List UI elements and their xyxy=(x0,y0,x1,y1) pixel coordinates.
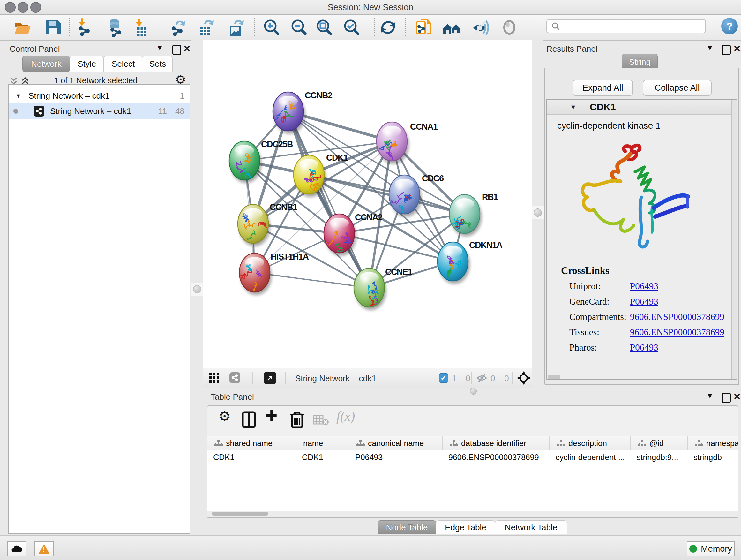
selected-checkbox-icon[interactable]: ✓ xyxy=(439,373,448,383)
import-network-database-button[interactable] xyxy=(105,17,125,38)
table-row[interactable]: CDK1CDK1P064939606.ENSP00000378699cyclin… xyxy=(207,450,738,464)
control-panel-menu-arrow-icon[interactable]: ▾ xyxy=(158,44,162,52)
results-vertical-scrollbar[interactable] xyxy=(731,100,737,379)
table-cell[interactable]: CDK1 xyxy=(207,450,296,464)
delete-column-trash-icon[interactable] xyxy=(290,411,305,428)
search-box[interactable] xyxy=(546,19,706,33)
column-header-canonical-name[interactable]: canonical name xyxy=(349,436,443,450)
toolbar-separator xyxy=(432,372,432,384)
zoom-out-button[interactable] xyxy=(288,17,309,38)
table-cell[interactable]: 9606.ENSP00000378699 xyxy=(443,450,550,464)
crosslink-link[interactable]: P06493 xyxy=(630,296,658,307)
string-badge-icon[interactable] xyxy=(229,372,240,383)
network-canvas[interactable]: CCNB2CCNA1CDC25BCDK1CDC6RB1CCNB1CCNA2CDK… xyxy=(203,40,532,368)
show-all-button[interactable] xyxy=(499,17,520,38)
export-table-icon xyxy=(197,18,216,37)
show-columns-icon[interactable] xyxy=(242,411,256,428)
table-horizontal-scrollbar[interactable] xyxy=(207,510,738,516)
column-header-label: @id xyxy=(650,439,664,448)
control-panel-close-button[interactable]: ✕ xyxy=(183,44,191,54)
column-header-label: description xyxy=(568,439,607,448)
refresh-view-button[interactable] xyxy=(378,17,398,38)
open-session-button[interactable] xyxy=(12,17,33,38)
table-panel-menu-arrow-icon[interactable]: ▾ xyxy=(708,391,712,400)
table-cell[interactable]: cyclin-dependent ... xyxy=(550,450,631,464)
add-column-plus-icon[interactable]: + xyxy=(266,406,277,427)
clone-network-button[interactable] xyxy=(414,17,434,38)
export-table-button[interactable] xyxy=(196,17,216,38)
selected-node-edge-counts: 1 – 0 xyxy=(452,374,470,383)
column-header-database-identifier[interactable]: database identifier xyxy=(443,436,550,450)
results-panel-menu-arrow-icon[interactable]: ▾ xyxy=(708,44,712,52)
crosslink-link[interactable]: P06493 xyxy=(630,342,658,353)
tab-style[interactable]: Style xyxy=(70,56,104,72)
gene-section-header[interactable]: ▾ CDK1 xyxy=(547,100,737,115)
birds-eye-grid-icon[interactable] xyxy=(209,373,220,383)
scrollbar-thumb[interactable] xyxy=(212,512,268,516)
results-panel-close-button[interactable]: ✕ xyxy=(733,44,741,54)
toolbar-separator xyxy=(253,372,253,384)
left-splitter-handle[interactable] xyxy=(191,283,204,296)
column-header-namespace[interactable]: namespace xyxy=(688,436,738,450)
network-node-ccnb2[interactable]: CCNB2 xyxy=(273,91,332,134)
tab-edge-table[interactable]: Edge Table xyxy=(436,520,495,535)
import-table-file-button[interactable] xyxy=(131,17,151,38)
network-node-cdk1[interactable]: CDK1 xyxy=(293,153,348,197)
network-collection-row[interactable]: ▾ String Network – cdk1 1 xyxy=(9,88,190,104)
table-options-gear-icon[interactable]: ⚙ xyxy=(218,408,231,424)
tab-node-table[interactable]: Node Table xyxy=(378,520,436,535)
table-panel-float-button[interactable] xyxy=(722,393,731,403)
tree-expand-arrow-icon[interactable]: ▾ xyxy=(17,91,20,100)
left-splitter[interactable] xyxy=(191,40,203,387)
collapse-all-button[interactable]: Collapse All xyxy=(643,80,712,96)
network-node-cdkn1a[interactable]: CDKN1A xyxy=(437,240,502,284)
tab-network[interactable]: Network xyxy=(22,56,70,72)
network-node-ccna2[interactable]: CCNA2 xyxy=(324,212,382,256)
control-panel-float-button[interactable] xyxy=(172,45,181,55)
crosslink-link[interactable]: 9606.ENSP00000378699 xyxy=(630,312,724,322)
first-neighbors-button[interactable] xyxy=(442,17,462,38)
network-row-selected[interactable]: String Network – cdk1 11 48 xyxy=(9,104,190,119)
table-cell[interactable]: stringdb xyxy=(688,450,738,464)
warning-status-button[interactable]: ! xyxy=(35,542,54,556)
node-label: CCNE1 xyxy=(385,267,413,277)
column-type-icon xyxy=(557,439,565,447)
export-network-button[interactable] xyxy=(169,17,189,38)
column-header--id[interactable]: @id xyxy=(631,436,688,450)
zoom-fit-button[interactable] xyxy=(314,17,334,38)
zoom-selected-button[interactable] xyxy=(341,17,361,38)
expand-all-button[interactable]: Expand All xyxy=(572,80,633,96)
network-node-ccne1[interactable]: CCNE1 xyxy=(354,267,413,314)
table-cell[interactable]: P06493 xyxy=(349,450,443,464)
tab-network-table[interactable]: Network Table xyxy=(495,520,567,535)
table-cell[interactable]: CDK1 xyxy=(296,450,349,464)
crosslink-link[interactable]: P06493 xyxy=(630,281,658,292)
import-network-file-button[interactable] xyxy=(74,17,94,38)
tab-sets[interactable]: Sets xyxy=(143,56,173,72)
memory-button[interactable]: Memory xyxy=(687,542,735,556)
column-header-shared-name[interactable]: shared name xyxy=(207,436,296,450)
open-in-window-icon[interactable] xyxy=(264,372,276,384)
cloud-status-button[interactable] xyxy=(7,542,26,556)
crosslink-link[interactable]: 9606.ENSP00000378699 xyxy=(630,327,724,337)
network-node-hist1h1a[interactable]: HIST1H1A xyxy=(239,252,309,295)
tab-select[interactable]: Select xyxy=(104,56,143,72)
help-button[interactable]: ? xyxy=(721,18,738,35)
network-edge[interactable] xyxy=(255,273,369,288)
zoom-in-button[interactable] xyxy=(261,17,281,38)
table-cell[interactable]: stringdb:9... xyxy=(631,450,688,464)
results-panel-float-button[interactable] xyxy=(722,45,731,55)
search-input[interactable] xyxy=(560,21,699,32)
column-header-label: namespace xyxy=(706,439,738,448)
results-horizontal-scrollbar[interactable] xyxy=(548,375,560,379)
hide-selected-button[interactable] xyxy=(470,17,491,38)
column-header-description[interactable]: description xyxy=(550,436,631,450)
section-collapse-arrow-icon[interactable]: ▾ xyxy=(571,103,575,111)
export-image-button[interactable] xyxy=(226,17,246,38)
network-graph[interactable]: CCNB2CCNA1CDC25BCDK1CDC6RB1CCNB1CCNA2CDK… xyxy=(203,40,532,368)
fit-selected-crosshair-icon[interactable] xyxy=(517,371,530,385)
save-session-button[interactable] xyxy=(43,17,63,38)
network-node-rb1[interactable]: RB1 xyxy=(449,192,498,236)
column-header-name[interactable]: name xyxy=(296,436,349,450)
table-panel-close-button[interactable]: ✕ xyxy=(733,391,741,402)
